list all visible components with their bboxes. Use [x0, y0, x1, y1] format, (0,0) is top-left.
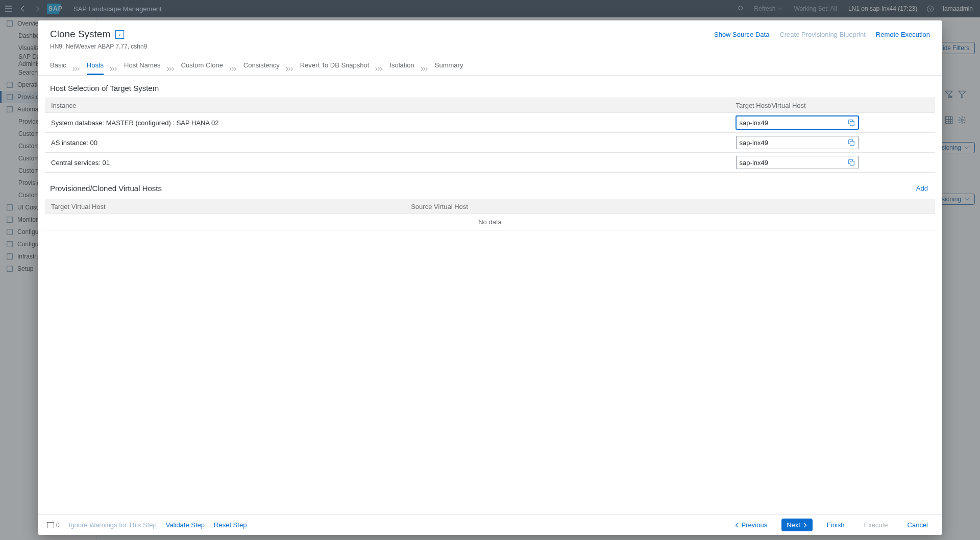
chevrons-right-icon — [110, 66, 118, 75]
previous-button[interactable]: Previous — [729, 519, 773, 531]
wizard-step[interactable]: Host Names — [124, 56, 161, 75]
section1-title: Host Selection of Target System — [45, 76, 935, 98]
instance-cell: Central services: 01 — [51, 159, 736, 167]
instance-row: Central services: 01 — [45, 153, 935, 173]
wizard-step[interactable]: Isolation — [389, 56, 414, 75]
chevrons-right-icon — [375, 66, 383, 75]
wizard-step[interactable]: Custom Clone — [181, 56, 223, 75]
execute-button: Execute — [859, 519, 893, 531]
wizard-step[interactable]: Hosts — [87, 56, 104, 75]
info-icon[interactable]: i — [115, 30, 124, 39]
section2-header-row: Target Virtual Host Source Virtual Host — [45, 199, 935, 214]
wizard-step[interactable]: Basic — [50, 56, 66, 75]
modal-overlay: Clone System i Show Source Data Create P… — [0, 0, 980, 540]
dialog-footer: 0 Ignore Warnings for This Step Validate… — [38, 514, 942, 535]
instance-cell: System database: MASTER (configured) : S… — [51, 119, 736, 127]
svg-rect-18 — [850, 141, 854, 145]
dialog-header: Clone System i Show Source Data Create P… — [38, 20, 942, 54]
dialog-header-actions: Show Source Data Create Provisioning Blu… — [714, 31, 930, 38]
wizard-step[interactable]: Summary — [435, 56, 463, 75]
chevrons-right-icon — [229, 66, 237, 75]
next-button[interactable]: Next — [781, 519, 813, 531]
show-source-data-link[interactable]: Show Source Data — [714, 31, 769, 38]
chevrons-right-icon — [72, 66, 81, 75]
dialog-subtitle: HN9: NetWeaver ABAP 7.77, cshn9 — [50, 43, 930, 50]
section2-nodata: No data — [45, 214, 935, 230]
section2-title: Provisioned/Cloned Virtual Hosts — [45, 173, 167, 199]
chevrons-right-icon — [421, 66, 429, 75]
instance-row: System database: MASTER (configured) : S… — [45, 113, 935, 133]
target-host-input-group — [736, 136, 859, 149]
instance-row: AS instance: 00 — [45, 133, 935, 153]
finish-button[interactable]: Finish — [822, 519, 850, 531]
create-blueprint-link: Create Provisioning Blueprint — [779, 31, 865, 38]
instance-cell: AS instance: 00 — [51, 139, 736, 147]
message-count[interactable]: 0 — [47, 522, 60, 529]
clone-system-dialog: Clone System i Show Source Data Create P… — [38, 20, 942, 535]
value-help-icon[interactable] — [845, 116, 858, 129]
col-target-virtual-host: Target Virtual Host — [51, 203, 411, 210]
ignore-warnings-link: Ignore Warnings for This Step — [69, 521, 157, 529]
chevrons-right-icon — [286, 66, 294, 75]
cancel-button[interactable]: Cancel — [902, 519, 933, 531]
chevrons-right-icon — [167, 66, 175, 75]
message-box-icon — [47, 522, 54, 528]
target-host-input[interactable] — [737, 159, 845, 167]
svg-rect-20 — [850, 161, 854, 165]
wizard-step[interactable]: Consistency — [243, 56, 280, 75]
add-virtual-host-link[interactable]: Add — [916, 179, 935, 192]
validate-step-link[interactable]: Validate Step — [166, 521, 205, 529]
reset-step-link[interactable]: Reset Step — [214, 521, 247, 529]
target-host-input-group — [736, 116, 859, 129]
svg-rect-16 — [850, 121, 854, 125]
value-help-icon[interactable] — [845, 156, 858, 169]
col-source-virtual-host: Source Virtual Host — [411, 203, 929, 210]
target-host-input-group — [736, 156, 859, 169]
col-instance: Instance — [51, 102, 736, 109]
target-host-input[interactable] — [737, 119, 845, 127]
col-target-host: Target Host/Virtual Host — [736, 102, 929, 109]
dialog-body: Host Selection of Target System Instance… — [38, 76, 942, 514]
target-host-input[interactable] — [737, 139, 845, 147]
value-help-icon[interactable] — [845, 136, 858, 149]
wizard-steps: BasicHostsHost NamesCustom CloneConsiste… — [38, 54, 942, 76]
remote-execution-link[interactable]: Remote Execution — [876, 31, 930, 38]
dialog-title: Clone System — [50, 29, 110, 40]
wizard-step[interactable]: Revert To DB Snapshot — [300, 56, 370, 75]
section1-header-row: Instance Target Host/Virtual Host — [45, 98, 935, 113]
